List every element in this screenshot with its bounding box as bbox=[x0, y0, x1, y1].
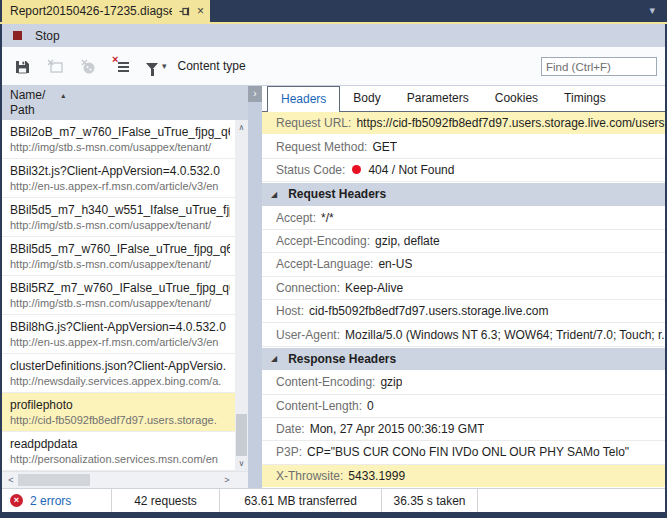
save-icon[interactable] bbox=[14, 58, 30, 74]
field-label: Date: bbox=[276, 422, 305, 436]
error-icon: × bbox=[10, 494, 23, 507]
errors-link[interactable]: 2 errors bbox=[30, 494, 71, 508]
document-tab-title: Report20150426-17235.diagsession bbox=[10, 4, 172, 18]
request-url: http://en-us.appex-rf.msn.com/article/v3… bbox=[10, 335, 230, 349]
field-value: cid-fb5092fb8edf7d97.users.storage.live.… bbox=[309, 304, 548, 318]
request-url-row: Request URL: https://cid-fb5092fb8edf7d9… bbox=[262, 112, 665, 135]
list-item[interactable]: BBil32t.js?Client-AppVersion=4.0.532.0 h… bbox=[2, 159, 248, 198]
field-label: Accept-Language: bbox=[276, 257, 373, 271]
accept-encoding-row: Accept-Encoding: gzip, deflate bbox=[262, 230, 665, 253]
tab-headers[interactable]: Headers bbox=[267, 86, 340, 112]
tab-cookies[interactable]: Cookies bbox=[482, 86, 551, 111]
collapse-triangle-icon: ◢ bbox=[271, 190, 277, 199]
pane-splitter[interactable]: › bbox=[248, 86, 262, 488]
list-item[interactable]: BBil5RZ_m7_w760_IFalse_uTrue_fjpg_q60 ht… bbox=[2, 276, 248, 315]
field-label: Content-Length: bbox=[276, 399, 362, 413]
find-input[interactable] bbox=[541, 57, 657, 76]
request-name: BBil5RZ_m7_w760_IFalse_uTrue_fjpg_q60 bbox=[10, 280, 230, 296]
detail-tab-strip: Headers Body Parameters Cookies Timings bbox=[262, 86, 665, 112]
list-item[interactable]: BBil2oB_m7_w760_IFalse_uTrue_fjpg_q60 ht… bbox=[2, 120, 248, 159]
request-name: BBil5d5_m7_h340_w551_Ifalse_uTrue_fjp bbox=[10, 202, 230, 218]
request-name: clusterDefinitions.json?Client-AppVersio… bbox=[10, 358, 230, 374]
header-path-label: Path bbox=[10, 103, 248, 117]
field-value: CP="BUS CUR CONo FIN IVDo ONL OUR PHY SA… bbox=[307, 445, 629, 459]
taken-cell: 36.35 s taken bbox=[382, 489, 478, 512]
scroll-up-icon[interactable]: ∧ bbox=[235, 121, 248, 134]
window-dropdown-icon[interactable]: ▾ bbox=[649, 4, 655, 17]
request-url: http://personalization.services.msn.com/… bbox=[10, 452, 230, 466]
p3p-row: P3P: CP="BUS CUR CONo FIN IVDo ONL OUR P… bbox=[262, 441, 665, 464]
field-label: Connection: bbox=[276, 281, 340, 295]
content-type-label[interactable]: Content type bbox=[178, 59, 246, 73]
content-type-filter[interactable]: ▾ bbox=[146, 61, 167, 71]
field-label: X-Throwsite: bbox=[276, 469, 343, 483]
field-value: GET bbox=[372, 140, 397, 154]
request-url: http://img/stb.s-msn.com/usappex/tenant/ bbox=[10, 296, 230, 310]
collapse-pane-button[interactable]: › bbox=[248, 86, 262, 102]
response-headers-section[interactable]: ◢ Response Headers bbox=[262, 347, 665, 371]
clear-cache-icon[interactable] bbox=[80, 58, 96, 74]
list-item[interactable]: BBil8hG.js?Client-AppVersion=4.0.532.0 h… bbox=[2, 315, 248, 354]
vertical-scrollbar-thumb[interactable] bbox=[236, 414, 247, 456]
tab-timings[interactable]: Timings bbox=[551, 86, 619, 111]
list-item[interactable]: BBil5d5_m7_w760_IFalse_uTrue_fjpg_q60 ht… bbox=[2, 237, 248, 276]
horizontal-scrollbar-thumb[interactable] bbox=[18, 474, 90, 486]
clear-session-icon[interactable] bbox=[47, 58, 63, 74]
main-area: Name/ ▴ Path BBil2oB_m7_w760_IFalse_uTru… bbox=[2, 86, 665, 488]
request-name: BBil5d5_m7_w760_IFalse_uTrue_fjpg_q60 bbox=[10, 241, 230, 257]
network-toolbar: × ▾ Content type bbox=[2, 47, 665, 86]
diagsession-window: Report20150426-17235.diagsession × ▾ Sto… bbox=[0, 0, 667, 518]
clear-list-icon[interactable]: × bbox=[113, 58, 129, 74]
request-headers-section[interactable]: ◢ Request Headers bbox=[262, 182, 665, 206]
date-row: Date: Mon, 27 Apr 2015 00:36:19 GMT bbox=[262, 418, 665, 441]
tab-parameters[interactable]: Parameters bbox=[394, 86, 482, 111]
scroll-down-icon[interactable]: ∨ bbox=[235, 457, 248, 470]
horizontal-scrollbar[interactable]: < > bbox=[2, 471, 248, 488]
field-value: https://cid-fb5092fb8edf7d97.users.stora… bbox=[356, 116, 665, 130]
connection-row: Connection: Keep-Alive bbox=[262, 277, 665, 300]
document-tab[interactable]: Report20150426-17235.diagsession × bbox=[2, 0, 210, 22]
request-url: http://en-us.appex-rf.msn.com/article/v3… bbox=[10, 179, 230, 193]
sort-ascending-icon: ▴ bbox=[61, 88, 65, 103]
section-title: Request Headers bbox=[288, 187, 386, 201]
field-value: 404 / Not Found bbox=[368, 163, 454, 177]
request-name: BBil2oB_m7_w760_IFalse_uTrue_fjpg_q60 bbox=[10, 124, 230, 140]
field-value: Keep-Alive bbox=[345, 281, 403, 295]
close-icon[interactable]: × bbox=[197, 5, 204, 17]
request-method-row: Request Method: GET bbox=[262, 135, 665, 158]
accept-row: Accept: */* bbox=[262, 207, 665, 230]
field-label: Request Method: bbox=[276, 140, 367, 154]
tab-body[interactable]: Body bbox=[340, 86, 393, 111]
scroll-left-icon[interactable]: < bbox=[4, 472, 18, 488]
list-item[interactable]: clusterDefinitions.json?Client-AppVersio… bbox=[2, 354, 248, 393]
field-label: User-Agent: bbox=[276, 328, 340, 342]
field-value: gzip, deflate bbox=[375, 234, 440, 248]
request-url: http://img/stb.s-msn.com/usappex/tenant/ bbox=[10, 257, 230, 271]
request-list-pane: Name/ ▴ Path BBil2oB_m7_w760_IFalse_uTru… bbox=[2, 86, 248, 488]
scroll-right-icon[interactable]: > bbox=[220, 472, 234, 488]
pin-icon[interactable] bbox=[179, 6, 190, 17]
vertical-scrollbar[interactable]: ∧ ∨ bbox=[235, 120, 248, 471]
request-name: BBil8hG.js?Client-AppVersion=4.0.532.0 bbox=[10, 319, 230, 335]
list-item[interactable]: BBil5d5_m7_h340_w551_Ifalse_uTrue_fjp ht… bbox=[2, 198, 248, 237]
field-label: Accept-Encoding: bbox=[276, 234, 370, 248]
requests-cell: 42 requests bbox=[112, 489, 220, 512]
list-item[interactable]: readpdpdata http://personalization.servi… bbox=[2, 432, 248, 471]
field-value: 0 bbox=[367, 399, 374, 413]
transferred-cell: 63.61 MB transferred bbox=[220, 489, 382, 512]
red-x-glyph: × bbox=[112, 54, 118, 65]
errors-cell[interactable]: × 2 errors bbox=[2, 489, 112, 512]
list-item-selected[interactable]: profilephoto http://cid-fb5092fb8edf7d97… bbox=[2, 393, 248, 432]
list-lines bbox=[118, 62, 129, 74]
stop-toolbar: Stop bbox=[2, 24, 665, 47]
details-pane: Headers Body Parameters Cookies Timings … bbox=[262, 86, 665, 488]
header-name-label: Name/ bbox=[10, 88, 45, 103]
name-path-column-header[interactable]: Name/ ▴ Path bbox=[2, 86, 248, 120]
request-url: http://newsdaily.services.appex.bing.com… bbox=[10, 374, 230, 388]
request-list: BBil2oB_m7_w760_IFalse_uTrue_fjpg_q60 ht… bbox=[2, 120, 248, 488]
stop-button[interactable]: Stop bbox=[35, 29, 60, 43]
stop-icon bbox=[13, 31, 22, 40]
field-value: gzip bbox=[380, 375, 402, 389]
field-value: Mon, 27 Apr 2015 00:36:19 GMT bbox=[310, 422, 485, 436]
request-url: http://cid-fb5092fb8edf7d97.users.storag… bbox=[10, 413, 230, 427]
